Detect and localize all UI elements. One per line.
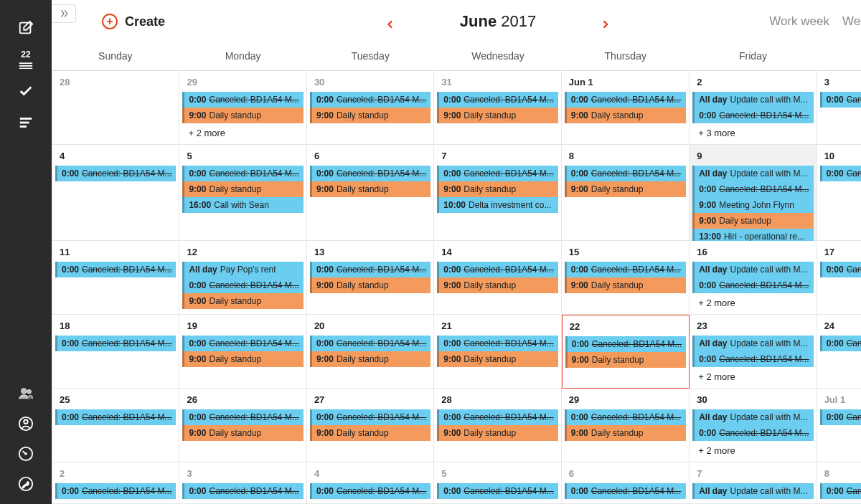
day-cell[interactable]: 40:00Canceled: BD1A54 M... bbox=[52, 145, 179, 241]
day-cell[interactable]: 140:00Canceled: BD1A54 M...9:00Daily sta… bbox=[434, 241, 561, 315]
calendar-event[interactable]: 9:00Daily standup bbox=[437, 277, 557, 293]
day-cell[interactable]: 290:00Canceled: BD1A54 M...9:00Daily sta… bbox=[179, 71, 306, 145]
day-cell[interactable]: 200:00Canceled: BD1A54 M...9:00Daily sta… bbox=[307, 315, 434, 389]
calendar-event[interactable]: 0:00Canceled: BD1A54 M... bbox=[820, 483, 861, 499]
compose-nav[interactable] bbox=[0, 13, 52, 44]
day-cell[interactable]: 210:00Canceled: BD1A54 M...9:00Daily sta… bbox=[434, 315, 561, 389]
day-cell[interactable]: 12All dayPay Pop's rent0:00Canceled: BD1… bbox=[179, 241, 306, 315]
calendar-event[interactable]: 9:00Daily standup bbox=[437, 181, 557, 197]
calendar-event[interactable]: 9:00Daily standup bbox=[565, 352, 686, 368]
day-cell[interactable]: 250:00Canceled: BD1A54 M... bbox=[52, 389, 179, 462]
more-events-link[interactable]: + 2 more bbox=[692, 441, 813, 457]
day-cell[interactable]: 130:00Canceled: BD1A54 M...9:00Daily sta… bbox=[307, 241, 434, 315]
day-cell[interactable]: 270:00Canceled: BD1A54 M...9:00Daily sta… bbox=[307, 389, 434, 462]
calendar-event[interactable]: 0:00Canceled: BD1A54 M... bbox=[820, 336, 861, 351]
calendar-event[interactable]: 0:00Canceled: BD1A54 M... bbox=[565, 336, 686, 352]
day-cell[interactable]: 40:00Canceled: BD1A54 M... bbox=[307, 462, 434, 504]
day-cell[interactable]: Jul 10:00Canceled: BD1A54 M... bbox=[817, 389, 861, 462]
day-cell[interactable]: 2All dayUpdate call with M...0:00Cancele… bbox=[690, 71, 817, 145]
more-events-link[interactable]: + 2 more bbox=[182, 123, 303, 140]
calendar-event[interactable]: All dayPay Pop's rent bbox=[182, 262, 303, 277]
calendar-event[interactable]: 9:00Daily standup bbox=[437, 425, 557, 441]
calendar-event[interactable]: 0:00Canceled: BD1A54 M... bbox=[692, 108, 813, 123]
calendar-event[interactable]: 0:00Canceled: BD1A54 M... bbox=[310, 166, 430, 181]
day-cell[interactable]: 290:00Canceled: BD1A54 M...9:00Daily sta… bbox=[562, 389, 690, 462]
calendar-event[interactable]: 16:00Call with Sean bbox=[182, 197, 303, 213]
calendar-event[interactable]: All dayUpdate call with M... bbox=[692, 262, 813, 277]
more-events-link[interactable]: + 3 more bbox=[692, 123, 813, 140]
calendar-event[interactable]: 0:00Canceled: BD1A54 M... bbox=[55, 262, 176, 277]
day-cell[interactable]: 60:00Canceled: BD1A54 M... bbox=[562, 462, 690, 504]
calendar-event[interactable]: 0:00Canceled: BD1A54 M... bbox=[182, 483, 303, 499]
calendar-event[interactable]: 0:00Canceled: BD1A54 M... bbox=[565, 409, 686, 425]
prev-month-button[interactable] bbox=[385, 16, 395, 27]
calendar-event[interactable]: 9:00Daily standup bbox=[565, 181, 686, 197]
settings-nav[interactable] bbox=[0, 472, 52, 497]
calendar-event[interactable]: 9:00Daily standup bbox=[310, 425, 430, 441]
calendar-event[interactable]: 0:00Canceled: BD1A54 M... bbox=[310, 92, 430, 108]
calendar-event[interactable]: 9:00Daily standup bbox=[182, 351, 303, 367]
day-cell[interactable]: 50:00Canceled: BD1A54 M...9:00Daily stan… bbox=[179, 145, 306, 241]
day-cell[interactable]: 80:00Canceled: BD1A54 M... bbox=[817, 462, 861, 504]
calendar-event[interactable]: 9:00Daily standup bbox=[182, 425, 303, 441]
calendar-event[interactable]: 0:00Canceled: BD1A54 M... bbox=[437, 483, 557, 499]
calendar-nav[interactable]: 22 bbox=[0, 44, 52, 76]
calendar-event[interactable]: 0:00Canceled: BD1A54 M... bbox=[182, 277, 303, 293]
calendar-event[interactable]: 0:00Canceled: BD1A54 M... bbox=[437, 409, 557, 425]
day-cell[interactable]: 7All dayUpdate call with M... bbox=[690, 462, 817, 504]
calendar-event[interactable]: All dayUpdate call with M... bbox=[692, 336, 813, 351]
more-events-link[interactable]: + 2 more bbox=[692, 293, 813, 310]
more-events-link[interactable]: + 2 more bbox=[692, 367, 813, 384]
day-cell[interactable]: 100:00Canceled: BD1A54 M... bbox=[817, 145, 861, 241]
calendar-event[interactable]: 0:00Canceled: BD1A54 M... bbox=[820, 92, 861, 108]
day-cell[interactable]: 60:00Canceled: BD1A54 M...9:00Daily stan… bbox=[307, 145, 434, 241]
calendar-event[interactable]: 0:00Canceled: BD1A54 M... bbox=[55, 336, 176, 351]
calendar-event[interactable]: All dayUpdate call with M... bbox=[692, 483, 813, 499]
calendar-event[interactable]: 9:00Daily standup bbox=[182, 108, 303, 123]
calendar-event[interactable]: 9:00Daily standup bbox=[692, 213, 813, 229]
calendar-event[interactable]: 0:00Canceled: BD1A54 M... bbox=[55, 166, 176, 181]
profile-nav[interactable] bbox=[0, 412, 52, 437]
day-cell[interactable]: 240:00Canceled: BD1A54 M... bbox=[817, 315, 861, 389]
calendar-event[interactable]: 0:00Canceled: BD1A54 M... bbox=[820, 166, 861, 181]
day-cell[interactable]: 110:00Canceled: BD1A54 M... bbox=[52, 241, 179, 315]
calendar-event[interactable]: 0:00Canceled: BD1A54 M... bbox=[182, 92, 303, 108]
calendar-event[interactable]: All dayUpdate call with M... bbox=[692, 92, 813, 108]
day-cell[interactable]: 20:00Canceled: BD1A54 M... bbox=[52, 462, 179, 504]
day-cell[interactable]: 9All dayUpdate call with M...0:00Cancele… bbox=[690, 145, 817, 241]
calendar-event[interactable]: 0:00Canceled: BD1A54 M... bbox=[182, 166, 303, 181]
day-cell[interactable]: 50:00Canceled: BD1A54 M... bbox=[434, 462, 561, 504]
view-workweek[interactable]: Work week bbox=[769, 14, 829, 29]
day-cell[interactable]: 180:00Canceled: BD1A54 M... bbox=[52, 315, 179, 389]
create-button[interactable]: + Create bbox=[102, 14, 165, 29]
calendar-event[interactable]: 0:00Canceled: BD1A54 M... bbox=[437, 92, 557, 108]
calendar-event[interactable]: 0:00Canceled: BD1A54 M... bbox=[692, 425, 813, 441]
calendar-event[interactable]: 0:00Canceled: BD1A54 M... bbox=[692, 277, 813, 293]
tasks-nav[interactable] bbox=[0, 76, 52, 108]
day-cell[interactable]: 300:00Canceled: BD1A54 M...9:00Daily sta… bbox=[307, 71, 434, 145]
calendar-event[interactable]: 9:00Meeting John Flynn bbox=[692, 197, 813, 213]
day-cell[interactable]: 30:00Canceled: BD1A54 M... bbox=[179, 462, 306, 504]
calendar-event[interactable]: 0:00Canceled: BD1A54 M... bbox=[437, 262, 557, 277]
calendar-event[interactable]: 9:00Daily standup bbox=[565, 108, 686, 123]
calendar-event[interactable]: 9:00Daily standup bbox=[437, 108, 557, 123]
calendar-event[interactable]: 0:00Canceled: BD1A54 M... bbox=[182, 336, 303, 351]
calendar-event[interactable]: 0:00Canceled: BD1A54 M... bbox=[55, 483, 176, 499]
calendar-event[interactable]: 0:00Canceled: BD1A54 M... bbox=[310, 409, 430, 425]
calendar-event[interactable]: 9:00Daily standup bbox=[310, 181, 430, 197]
view-week[interactable]: Week bbox=[842, 14, 861, 29]
calendar-event[interactable]: 9:00Daily standup bbox=[310, 108, 430, 123]
calendar-event[interactable]: 0:00Canceled: BD1A54 M... bbox=[692, 181, 813, 197]
calendar-event[interactable]: All dayUpdate call with M... bbox=[692, 409, 813, 425]
calendar-event[interactable]: 9:00Daily standup bbox=[437, 351, 557, 367]
calendar-event[interactable]: All dayUpdate call with M... bbox=[692, 166, 813, 181]
next-month-button[interactable] bbox=[601, 16, 611, 27]
calendar-event[interactable]: 0:00Canceled: BD1A54 M... bbox=[565, 262, 686, 277]
day-cell[interactable]: 150:00Canceled: BD1A54 M...9:00Daily sta… bbox=[562, 241, 690, 315]
calendar-event[interactable]: 0:00Canceled: BD1A54 M... bbox=[310, 262, 430, 277]
calendar-event[interactable]: 0:00Canceled: BD1A54 M... bbox=[565, 92, 686, 108]
calendar-event[interactable]: 0:00Canceled: BD1A54 M... bbox=[55, 409, 176, 425]
calendar-event[interactable]: 9:00Daily standup bbox=[310, 351, 430, 367]
day-cell[interactable]: Jun 10:00Canceled: BD1A54 M...9:00Daily … bbox=[562, 71, 690, 145]
list-nav[interactable] bbox=[0, 108, 52, 139]
